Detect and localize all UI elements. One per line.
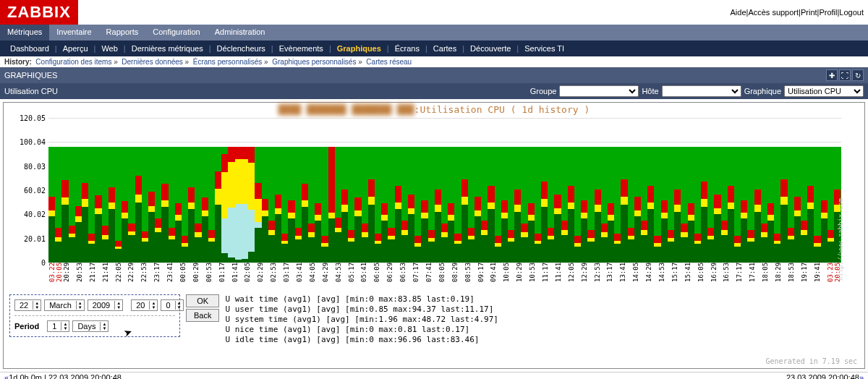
submenu-services-ti[interactable]: Services TI <box>519 44 570 53</box>
year-spinner[interactable]: 2009▲▼ <box>88 299 123 311</box>
main-menu: MétriquesInventaireRapportsConfiguration… <box>0 25 868 41</box>
submenu-découverte[interactable]: Découverte <box>464 44 516 53</box>
history-link[interactable]: Cartes réseau <box>366 58 412 66</box>
host-select[interactable] <box>662 85 741 97</box>
graph-container: ████ ███████ ███████ ███:Utilisation CPU… <box>3 102 865 369</box>
sub-menu: Dashboard|Aperçu|Web|Dernières métriques… <box>0 41 868 56</box>
menu-administration[interactable]: Administration <box>208 25 273 41</box>
submenu-evènements[interactable]: Evènements <box>273 44 329 53</box>
chart-legend: U wait time (avg1) [avg] [min:0 max:83.8… <box>225 294 498 345</box>
status-right: 23.03.2009 20:00:48 <box>786 373 859 379</box>
add-icon[interactable]: ✚ <box>826 69 838 81</box>
period-label: Period <box>14 322 39 331</box>
submenu-web[interactable]: Web <box>95 44 123 53</box>
period-unit-spinner[interactable]: Days▲▼ <box>72 320 109 332</box>
support-link[interactable]: Accès support <box>748 8 799 17</box>
submenu-cartes[interactable]: Cartes <box>427 44 462 53</box>
chart-bars <box>48 147 841 263</box>
menu-configuration[interactable]: Configuration <box>145 25 207 41</box>
group-label: Groupe <box>530 87 557 95</box>
chart-title: ████ ███████ ███████ ███:Utilisation CPU… <box>5 104 863 115</box>
refresh-icon[interactable]: ↻ <box>852 69 864 81</box>
help-link[interactable]: Aide <box>730 8 746 17</box>
submenu-écrans[interactable]: Écrans <box>389 44 425 53</box>
period-value-spinner[interactable]: 1▲▼ <box>47 320 69 332</box>
hour-spinner[interactable]: 20▲▼ <box>131 299 158 311</box>
group-select[interactable] <box>559 85 639 97</box>
history-breadcrumb: History: Configuration des items » Derni… <box>0 56 868 67</box>
menu-inventaire[interactable]: Inventaire <box>49 25 98 41</box>
history-link[interactable]: Dernières données <box>122 58 183 66</box>
ok-button[interactable]: OK <box>186 294 219 307</box>
month-spinner[interactable]: March▲▼ <box>44 299 85 311</box>
submenu-dashboard[interactable]: Dashboard <box>4 44 55 53</box>
history-label: History: <box>4 58 32 66</box>
menu-métriques[interactable]: Métriques <box>0 25 49 41</box>
next-period-icon[interactable]: » <box>859 373 864 379</box>
panel-title: Utilisation CPU <box>4 87 58 95</box>
submenu-déclencheurs[interactable]: Déclencheurs <box>211 44 271 53</box>
history-link[interactable]: Graphiques personnalisés <box>272 58 356 66</box>
back-button[interactable]: Back <box>186 309 219 322</box>
date-picker: 22▲▼ March▲▼ 2009▲▼ 20▲▼ 0▲▼ Period 1▲▼ … <box>9 294 180 337</box>
watermark: http://www.zabbix.com <box>837 198 844 281</box>
minute-spinner[interactable]: 0▲▼ <box>161 299 183 311</box>
submenu-graphiques[interactable]: Graphiques <box>331 44 387 53</box>
menu-rapports[interactable]: Rapports <box>99 25 146 41</box>
submenu-dernières-métriques[interactable]: Dernières métriques <box>126 44 209 53</box>
history-link[interactable]: Configuration des items <box>35 58 111 66</box>
day-spinner[interactable]: 22▲▼ <box>14 299 41 311</box>
logout-link[interactable]: Logout <box>839 8 864 17</box>
logo: ZABBIX <box>0 0 78 25</box>
print-link[interactable]: Print <box>801 8 817 17</box>
submenu-aperçu[interactable]: Aperçu <box>57 44 94 53</box>
graph-label: Graphique <box>744 87 781 95</box>
chart-area: 120.05100.0480.0360.0240.0220.010 <box>48 118 841 263</box>
profile-link[interactable]: Profil <box>819 8 837 17</box>
fullscreen-icon[interactable]: ⛶ <box>839 69 851 81</box>
top-links: Aide|Accès support|Print|Profil|Logout <box>730 8 868 17</box>
generation-time: Generated in 7.19 sec <box>766 357 857 365</box>
graph-select[interactable]: Utilisation CPU <box>784 85 864 97</box>
status-left: 1d 0h 0m | 22.03.2009 20:00:48 <box>9 373 122 379</box>
host-label: Hôte <box>642 87 658 95</box>
history-link[interactable]: Écrans personnalisés <box>193 58 263 66</box>
panel-heading: GRAPHIQUES <box>4 71 57 80</box>
